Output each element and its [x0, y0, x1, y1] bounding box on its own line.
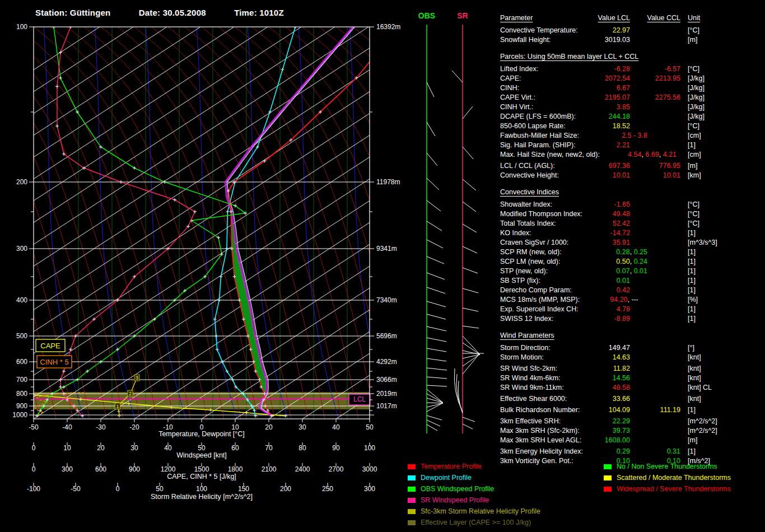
legend-label: Scattered / Moderate Thunderstorms [617, 472, 731, 483]
value-lcl: -14.72 [610, 228, 630, 238]
svg-text:9341m: 9341m [376, 245, 397, 253]
svg-text:600: 600 [95, 465, 106, 473]
svg-text:250: 250 [322, 485, 333, 493]
param-label: Total Totals Index: [500, 219, 556, 228]
x-axis-temp: -50-40-30-20-1001020304050Temperature, D… [29, 419, 374, 438]
legend-swatch-icon [604, 487, 612, 492]
legend-swatch-icon [408, 520, 416, 525]
svg-text:40: 40 [164, 444, 172, 452]
table-section-header: Wind Parameters [500, 331, 765, 340]
legend-swatch-icon [408, 475, 416, 480]
value-lcl: 94.20, --- [610, 295, 638, 305]
unit-label: [1] [688, 248, 696, 257]
table-row: Bulk Richardson Number:104.09111.19[1] [500, 405, 765, 415]
param-label: SB STP (fix): [500, 276, 540, 286]
param-label: DCAPE (LFS = 600mB): [500, 112, 576, 122]
table-row: CINH:6.67[J/kg] [500, 83, 765, 93]
legend-profiles: Temperature ProfileDewpoint ProfileOBS W… [408, 461, 540, 528]
table-header-row: ParameterValue LCLValue CCLUnit [500, 13, 765, 26]
param-label: 3km Effective SRH: [500, 417, 561, 426]
legend-label: Widespread / Severe Thunderstorms [617, 483, 731, 494]
param-label: CAPE: [500, 74, 521, 83]
unit-label: [°C] [688, 219, 699, 228]
plot-frame [34, 27, 370, 419]
legend-swatch-icon [604, 464, 612, 469]
table-header-unit: Unit [688, 13, 700, 23]
value-lcl: 49.48 [613, 209, 630, 219]
unit-label: [knt] [688, 353, 701, 362]
legend-swatch-icon [408, 487, 416, 492]
svg-text:10: 10 [63, 444, 71, 452]
unit-label: [J/kg] [688, 83, 705, 93]
svg-text:-20: -20 [129, 423, 139, 431]
svg-text:300: 300 [62, 465, 73, 473]
param-label: Max 3km SRH Level AGL: [500, 436, 581, 445]
value-lcl: -8.89 [614, 314, 631, 324]
param-label: Effective Shear 6000: [500, 394, 567, 404]
pressure-gridlines [34, 182, 370, 415]
param-label: Convective Temperature: [500, 26, 578, 35]
table-row: Lifted Index:-6.28-6.57[°C] [500, 64, 765, 74]
value-lcl: 3019.03 [605, 35, 630, 45]
table-header-lcl: Value LCL [598, 13, 630, 23]
table-row: CINH Virt.:3.85[J/kg] [500, 102, 765, 112]
svg-text:30: 30 [130, 444, 138, 452]
table-row: MCS 18m/s (MMP, MSP):94.20, ---[%] [500, 295, 765, 305]
value-ccl: 111.19 [660, 405, 680, 415]
lcl-label-box: LCL [349, 394, 370, 405]
unit-label: [J/kg] [688, 112, 705, 122]
svg-text:1000: 1000 [12, 411, 27, 419]
wind-barb-panel: OBSSR [418, 11, 484, 433]
unit-label: [1] [688, 405, 696, 415]
legend-severity: No / Non Severe ThunderstormsScattered /… [604, 461, 731, 494]
table-row: Storm Direction:149.47[°] [500, 343, 765, 353]
unit-label: [m] [688, 436, 697, 445]
sounding-app: Station: Güttingen Date: 30.05.2008 Time… [0, 0, 765, 532]
svg-text:4292m: 4292m [376, 358, 397, 366]
param-label: SCP LM (new, old): [500, 257, 560, 267]
value-ccl: 2275.56 [655, 93, 680, 102]
value-lcl: 35.91 [613, 238, 630, 248]
table-row: 3km Effective SRH:22.29[m^2/s^2] [500, 417, 765, 426]
svg-text:2: 2 [129, 391, 132, 396]
unit-label: [J/kg] [688, 102, 705, 112]
unit-label: [1] [688, 257, 696, 267]
svg-text:20: 20 [97, 444, 105, 452]
svg-text:5696m: 5696m [376, 332, 397, 340]
svg-text:200: 200 [280, 485, 291, 493]
obs-wind-barbs [427, 82, 447, 431]
svg-text:100: 100 [196, 485, 207, 493]
svg-text:80: 80 [298, 444, 306, 452]
svg-text:2019m: 2019m [376, 390, 397, 398]
unit-label: [m^3/s^3] [688, 238, 717, 248]
param-label: CINH: [500, 83, 519, 93]
unit-label: [°C] [688, 209, 699, 219]
value-lcl: 48.58 [613, 383, 630, 393]
value-lcl: 18.52 [613, 122, 630, 131]
value-lcl: 0.42 [617, 286, 630, 295]
svg-text:100: 100 [16, 23, 27, 31]
unit-label: [%] [688, 295, 698, 305]
value-lcl: 3.85 [617, 102, 630, 112]
legend-profile-item: OBS Windspeed Profile [408, 483, 540, 494]
legend-severity-item: Scattered / Moderate Thunderstorms [604, 472, 731, 483]
svg-text:Windspeed [knt]: Windspeed [knt] [176, 451, 227, 459]
table-row: SB STP (fix):0.01[1] [500, 276, 765, 286]
param-label: Modified Thompson Index: [500, 209, 582, 219]
value-ccl: -6.57 [665, 64, 681, 74]
svg-text:600: 600 [16, 358, 27, 366]
table-row: STP (new, old):0.07, 0.01[1] [500, 267, 765, 276]
value-lcl: 0.07, 0.01 [616, 267, 647, 276]
svg-text:11978m: 11978m [376, 178, 400, 186]
value-lcl: 104.09 [609, 405, 630, 415]
cape-label-box: CAPE [36, 339, 65, 352]
unit-label: [°C] [688, 200, 699, 209]
table-row: Exp. Supercell Index CH:4.78[1] [500, 305, 765, 314]
table-row: Showalter Index:-1.65[°C] [500, 200, 765, 209]
value-lcl: 2.5 - 3.8 [622, 131, 647, 141]
table-header-param: Parameter [500, 13, 533, 23]
temperature-profile [227, 25, 398, 418]
legend-profile-item: Temperature Profile [408, 461, 540, 472]
obs-column-label: OBS [418, 11, 435, 20]
svg-text:90: 90 [332, 444, 340, 452]
